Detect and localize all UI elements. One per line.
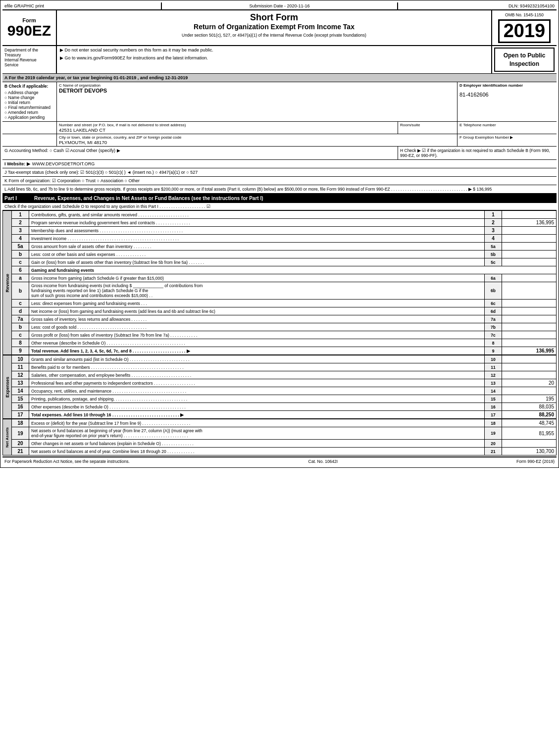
line-ref: 20 [485, 440, 502, 448]
line-value: 136,995 [502, 219, 557, 227]
line-num: 9 [12, 347, 29, 355]
address-col: Number and street (or P.O. box, if mail … [57, 122, 398, 134]
line-ref: 21 [485, 448, 502, 455]
line-value [502, 227, 557, 235]
line-value: 136,995 [502, 347, 557, 355]
city-value: PLYMOUTH, MI 48170 [59, 140, 455, 145]
top-header: efile GRAPHIC print Submission Date - 20… [2, 2, 557, 10]
table-row: b Less: cost of goods sold . . . . . . .… [12, 323, 557, 331]
line-num: 7a [12, 315, 29, 323]
revenue-table: 1 Contributions, gifts, grants, and simi… [11, 210, 557, 355]
line-num: 15 [12, 395, 29, 403]
part1-label: Part I [4, 196, 34, 201]
table-row: 15 Printing, publications, postage, and … [12, 395, 557, 403]
org-row1: B Check if applicable: ○ Address change … [2, 82, 557, 122]
table-row: 17 Total expenses. Add lines 10 through … [12, 411, 557, 419]
table-row: b Gross income from fundraising events (… [12, 282, 557, 300]
line-desc: Salaries, other compensation, and employ… [29, 371, 485, 379]
table-row: 18 Excess or (deficit) for the year (Sub… [12, 419, 557, 427]
instr1: ▶ Do not enter social security numbers o… [60, 48, 488, 52]
line-value [502, 371, 557, 379]
table-row: 1 Contributions, gifts, grants, and simi… [12, 211, 557, 219]
c-label: C Name of organization [59, 83, 455, 88]
room-label: Room/suite [400, 123, 455, 127]
line-num: 6 [12, 266, 29, 274]
year-col: OMB No. 1545-1150 2019 [492, 10, 557, 45]
line-desc: Less: direct expenses from gaming and fu… [29, 300, 485, 307]
form-long-title: Return of Organization Exempt From Incom… [59, 23, 489, 31]
line-value: 20 [502, 379, 557, 387]
city-col: City or town, state or province, country… [57, 134, 457, 146]
instructions-col: ▶ Do not enter social security numbers o… [57, 46, 492, 74]
line-desc: Total expenses. Add lines 10 through 16 … [29, 411, 485, 419]
dln-area: DLN: 93492321054100 [398, 2, 557, 9]
footer-paperwork: For Paperwork Reduction Act Notice, see … [4, 459, 130, 464]
org-row3: City or town, state or province, country… [2, 134, 557, 147]
line-value [502, 235, 557, 243]
line-num: 13 [12, 379, 29, 387]
form-subtitle: Under section 501(c), 527, or 4947(a)(1)… [59, 33, 489, 38]
line-value [502, 251, 557, 258]
expenses-table: 10 Grants and similar amounts paid (list… [11, 355, 557, 419]
footer: For Paperwork Reduction Act Notice, see … [2, 456, 557, 465]
line-desc: Gross income from fundraising events (no… [29, 282, 485, 300]
table-row: 20 Other changes in net assets or fund b… [12, 440, 557, 448]
line-value: 195 [502, 395, 557, 403]
line-num: c [12, 331, 29, 339]
revenue-content: 1 Contributions, gifts, grants, and simi… [11, 210, 557, 355]
footer-cat: Cat. No. 10642I [308, 459, 338, 464]
b-label: B Check if applicable: [4, 84, 54, 89]
line-ref: 8 [485, 339, 502, 347]
final-return: ○ Final return/terminated [4, 105, 54, 110]
form-title-col: Short Form Return of Organization Exempt… [57, 10, 492, 45]
room-col: Room/suite [398, 122, 457, 134]
table-row: 6 Gaming and fundraising events [12, 266, 557, 274]
line-value: 88,035 [502, 403, 557, 411]
line-num: 12 [12, 371, 29, 379]
line-desc: Gaming and fundraising events [29, 266, 557, 274]
revenue-section: Revenue 1 Contributions, gifts, grants, … [2, 210, 557, 355]
table-row: 5a Gross amount from sale of assets othe… [12, 243, 557, 251]
submission-date-text: Submission Date - 2020-11-16 [249, 3, 309, 8]
org-name-col: C Name of organization DETROIT DEVOPS [57, 82, 457, 121]
spacer-col2 [2, 134, 57, 146]
table-row: 10 Grants and similar amounts paid (list… [12, 355, 557, 363]
section-a-text: A For the 2019 calendar year, or tax yea… [4, 75, 188, 80]
line-desc: Gross profit or (loss) from sales of inv… [29, 331, 485, 339]
line-desc: Program service revenue including govern… [29, 219, 485, 227]
line-ref: 5a [485, 243, 502, 251]
line-desc: Gain or (loss) from sale of assets other… [29, 258, 485, 266]
gh-row: G Accounting Method: ○ Cash ☑ Accrual Ot… [2, 147, 557, 160]
line-ref: 3 [485, 227, 502, 235]
line-value [502, 243, 557, 251]
line-desc: Membership dues and assessments . . . . … [29, 227, 485, 235]
table-row: 8 Other revenue (describe in Schedule O)… [12, 339, 557, 347]
submission-date: Submission Date - 2020-11-16 [162, 2, 399, 9]
line-ref: 15 [485, 395, 502, 403]
line-desc: Less: cost or other basis and sales expe… [29, 251, 485, 258]
line-value: 88,250 [502, 411, 557, 419]
part1-title: Revenue, Expenses, and Changes in Net As… [34, 196, 263, 201]
check-applicable-col: B Check if applicable: ○ Address change … [2, 82, 57, 121]
line-num: 4 [12, 235, 29, 243]
ein-value: 81-4162606 [459, 92, 555, 98]
year-display: 2019 [498, 19, 551, 43]
initial-return: ○ Initial return [4, 100, 54, 105]
table-row: 14 Occupancy, rent, utilities, and maint… [12, 387, 557, 395]
group-exemption-col: F Group Exemption Number ▶ [457, 134, 557, 146]
table-row: b Less: cost or other basis and sales ex… [12, 251, 557, 258]
open-inspection-text: Open to Public Inspection [504, 52, 546, 67]
table-row: d Net income or (loss) from gaming and f… [12, 307, 557, 315]
line-desc: Occupancy, rent, utilities, and maintena… [29, 387, 485, 395]
check-schedule-text: Check if the organization used Schedule … [4, 204, 210, 209]
table-row: a Gross income from gaming (attach Sched… [12, 274, 557, 282]
line-ref: 12 [485, 371, 502, 379]
line-desc: Less: cost of goods sold . . . . . . . .… [29, 323, 485, 331]
open-inspection-col: Open to Public Inspection [492, 46, 557, 74]
line-value [502, 363, 557, 371]
line-value [502, 300, 557, 307]
line-desc: Other changes in net assets or fund bala… [29, 440, 485, 448]
line-num: 21 [12, 448, 29, 455]
expenses-section: Expenses 10 Grants and similar amounts p… [2, 355, 557, 419]
part1-header: Part I Revenue, Expenses, and Changes in… [2, 194, 557, 203]
